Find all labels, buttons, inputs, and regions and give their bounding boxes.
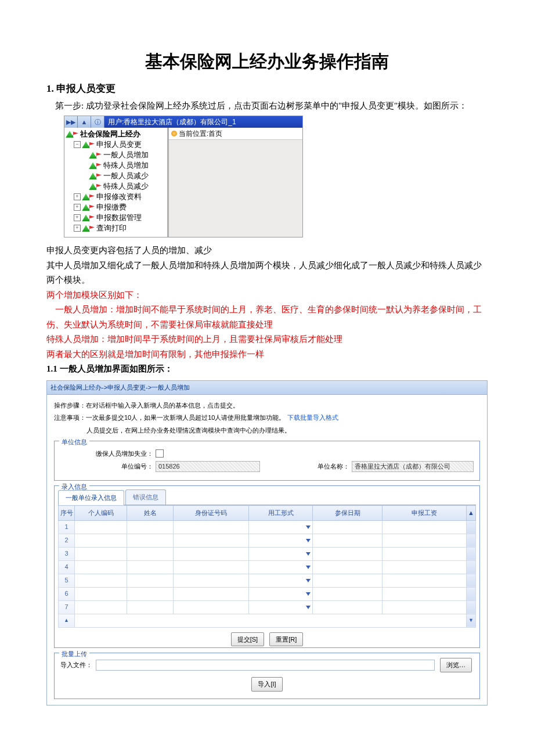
dropdown-icon <box>306 525 311 529</box>
cell-salary[interactable] <box>383 534 467 547</box>
cell-idcard[interactable] <box>174 587 249 600</box>
cell-name[interactable] <box>127 600 174 614</box>
cell-name[interactable] <box>127 574 174 587</box>
flag-icon <box>89 215 95 221</box>
collapse-icon[interactable]: − <box>74 141 81 148</box>
col-person-code: 个人编码 <box>75 506 127 521</box>
cell-person-code[interactable] <box>75 520 127 534</box>
cell-name[interactable] <box>127 547 174 560</box>
cell-name[interactable] <box>127 520 174 534</box>
cell-person-code[interactable] <box>75 587 127 600</box>
flag-icon <box>73 131 78 137</box>
cell-name[interactable] <box>127 534 174 547</box>
cell-insure-date[interactable] <box>313 574 383 587</box>
cell-idcard[interactable] <box>174 534 249 547</box>
cell-worktype[interactable] <box>249 560 313 574</box>
cell-salary[interactable] <box>383 520 467 534</box>
cell-worktype[interactable] <box>249 547 313 560</box>
cell-name[interactable] <box>127 587 174 600</box>
nav-play-icon[interactable]: ▶▶ <box>64 116 78 128</box>
submit-button[interactable]: 提交[S] <box>231 632 264 647</box>
cell-person-code[interactable] <box>75 600 127 614</box>
nav-info-icon[interactable]: ⓘ <box>91 116 104 128</box>
flag-icon <box>89 225 95 231</box>
tree-node-label: 查询打印 <box>96 222 127 235</box>
scroll-track[interactable] <box>467 547 476 560</box>
cell-salary[interactable] <box>383 600 467 614</box>
cell-insure-date[interactable] <box>313 534 383 547</box>
cell-person-code[interactable] <box>75 574 127 587</box>
col-name: 姓名 <box>127 506 174 521</box>
scroll-track[interactable] <box>467 574 476 587</box>
location-icon <box>171 131 177 136</box>
scroll-track[interactable] <box>467 587 476 600</box>
tree-icon <box>89 172 97 179</box>
reset-button[interactable]: 重置[R] <box>269 632 303 647</box>
form-intro-2: 注意事项：一次最多提交10人，如果一次新增人员超过10人请使用批量增加功能。 下… <box>54 412 480 423</box>
cell-insure-date[interactable] <box>313 520 383 534</box>
cell-worktype[interactable] <box>249 574 313 587</box>
row-number: 7 <box>59 600 75 614</box>
scroll-track[interactable] <box>467 520 476 534</box>
cell-insure-date[interactable] <box>313 547 383 560</box>
flag-icon <box>96 173 102 179</box>
flag-icon <box>89 142 95 147</box>
tab-general-input[interactable]: 一般单位录入信息 <box>58 490 124 505</box>
import-button[interactable]: 导入[I] <box>251 677 282 692</box>
cell-worktype[interactable] <box>249 600 313 614</box>
row-number: 6 <box>59 587 75 600</box>
cell-person-code[interactable] <box>75 547 127 560</box>
tree-panel: 社会保险网上经办 − 申报人员变更 一般人员增加 特殊人员增加 一般人员减少 特… <box>64 128 167 237</box>
para-detail: 其中人员增加又细化成了一般人员增加和特殊人员增加两个模块，人员减少细化成了一般人… <box>46 258 488 288</box>
cell-salary[interactable] <box>383 560 467 574</box>
unemployment-label: 缴保人员增加失业： <box>60 448 156 459</box>
cell-salary[interactable] <box>383 587 467 600</box>
unemployment-checkbox[interactable] <box>156 449 164 458</box>
scroll-track[interactable] <box>467 534 476 547</box>
expand-icon[interactable]: + <box>74 204 81 211</box>
nav-up-icon[interactable]: ▲ <box>78 116 91 128</box>
scroll-track[interactable] <box>467 560 476 574</box>
cell-idcard[interactable] <box>174 560 249 574</box>
download-template-link[interactable]: 下载批量导入格式 <box>287 414 338 421</box>
cell-worktype[interactable] <box>249 520 313 534</box>
cell-salary[interactable] <box>383 574 467 587</box>
col-worktype: 用工形式 <box>249 506 313 521</box>
step1-text: 第一步: 成功登录社会保险网上经办系统过后，点击页面右边树形菜单中的"申报人员变… <box>46 99 488 114</box>
cell-worktype[interactable] <box>249 587 313 600</box>
cell-idcard[interactable] <box>174 600 249 614</box>
expand-icon[interactable]: + <box>74 214 81 221</box>
cell-insure-date[interactable] <box>313 600 383 614</box>
tree-icon <box>82 225 90 232</box>
cell-insure-date[interactable] <box>313 587 383 600</box>
expand-icon[interactable]: + <box>74 225 81 232</box>
dropdown-icon <box>306 552 311 556</box>
cell-idcard[interactable] <box>174 520 249 534</box>
input-grid: 序号 个人编码 姓名 身份证号码 用工形式 参保日期 申报工资 ▲ 123456… <box>58 505 476 628</box>
col-seq: 序号 <box>59 506 75 521</box>
row-number: 1 <box>59 520 75 534</box>
cell-idcard[interactable] <box>174 547 249 560</box>
expand-icon[interactable]: + <box>74 193 81 200</box>
browse-button[interactable]: 浏览… <box>440 658 472 672</box>
tab-error-info[interactable]: 错误信息 <box>125 489 166 505</box>
location-bar: 当前位置:首页 <box>169 128 302 140</box>
row-scroll-up[interactable]: ▲ <box>59 614 75 627</box>
dropdown-icon <box>306 592 311 596</box>
fieldset-input-info: 录入信息 一般单位录入信息 错误信息 序号 个人编码 姓名 身份证号码 <box>54 485 480 648</box>
cell-name[interactable] <box>127 560 174 574</box>
tree-node-print[interactable]: +查询打印 <box>66 223 167 233</box>
cell-salary[interactable] <box>383 547 467 560</box>
form-screenshot: 社会保险网上经办->申报人员变更->一般人员增加 操作步骤：在对话框中输入录入新… <box>46 380 488 705</box>
cell-person-code[interactable] <box>75 560 127 574</box>
intro2-text: 注意事项：一次最多提交10人，如果一次新增人员超过10人请使用批量增加功能。 <box>54 414 285 421</box>
scroll-up-icon[interactable]: ▲ <box>467 506 476 521</box>
cell-person-code[interactable] <box>75 534 127 547</box>
scroll-down-icon[interactable]: ▼ <box>467 614 476 627</box>
scroll-track[interactable] <box>467 600 476 614</box>
file-path-input[interactable] <box>96 660 435 671</box>
cell-idcard[interactable] <box>174 574 249 587</box>
cell-worktype[interactable] <box>249 534 313 547</box>
unit-code-label: 单位编号： <box>60 461 156 472</box>
cell-insure-date[interactable] <box>313 560 383 574</box>
